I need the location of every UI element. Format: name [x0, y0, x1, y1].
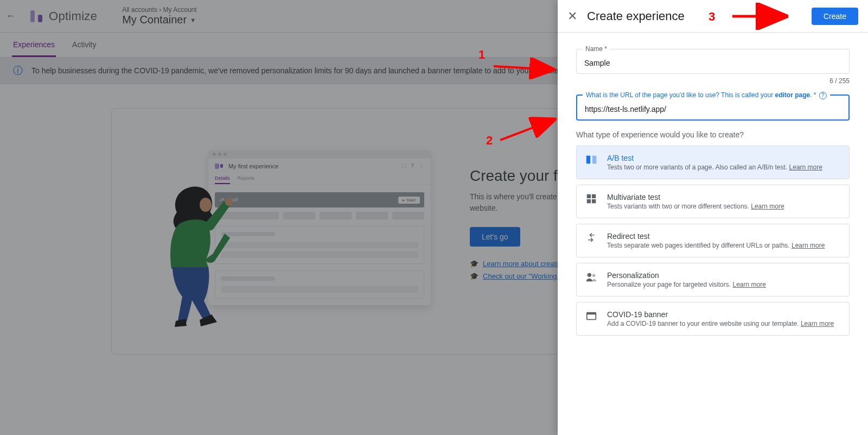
personalization-icon — [585, 271, 597, 283]
experience-type-question: What type of experience would you like t… — [576, 130, 850, 139]
option-multivariate-test[interactable]: Multivariate test Tests variants with tw… — [576, 185, 850, 218]
panel-title: Create experience — [587, 9, 685, 23]
learn-more-link[interactable]: Learn more — [751, 203, 784, 210]
option-redirect-test[interactable]: Redirect test Tests separate web pages i… — [576, 224, 850, 257]
learn-more-link[interactable]: Learn more — [732, 281, 765, 288]
close-icon[interactable]: ✕ — [567, 9, 577, 23]
svg-rect-7 — [592, 199, 596, 203]
name-label: Name * — [582, 45, 610, 53]
option-personalization[interactable]: Personalization Personalize your page fo… — [576, 263, 850, 297]
svg-rect-6 — [587, 199, 591, 203]
name-input[interactable] — [583, 58, 843, 68]
svg-point-8 — [588, 273, 591, 277]
svg-point-9 — [592, 274, 596, 278]
url-input[interactable] — [584, 104, 842, 114]
url-label: What is the URL of the page you'd like t… — [583, 91, 830, 99]
svg-rect-3 — [592, 156, 596, 164]
svg-rect-5 — [592, 194, 596, 198]
help-icon[interactable]: ? — [819, 92, 827, 99]
learn-more-link[interactable]: Learn more — [789, 163, 822, 171]
create-button[interactable]: Create — [812, 8, 858, 25]
url-field[interactable]: What is the URL of the page you'd like t… — [576, 94, 850, 121]
svg-rect-4 — [587, 194, 591, 198]
name-field[interactable]: Name * — [576, 49, 850, 74]
multivariate-icon — [585, 193, 597, 205]
char-counter: 6 / 255 — [576, 77, 850, 85]
experience-type-options: A/B test Tests two or more variants of a… — [576, 146, 850, 336]
create-experience-panel: ✕ Create experience Create Name * 6 / 25… — [558, 0, 868, 435]
svg-rect-11 — [587, 313, 596, 315]
learn-more-link[interactable]: Learn more — [792, 242, 825, 249]
option-covid-banner[interactable]: COVID-19 banner Add a COVID-19 banner to… — [576, 302, 850, 336]
panel-header: ✕ Create experience Create — [558, 0, 868, 33]
ab-test-icon — [585, 154, 597, 166]
svg-rect-2 — [586, 156, 590, 164]
banner-icon — [585, 310, 597, 322]
redirect-icon — [585, 232, 597, 244]
learn-more-link[interactable]: Learn more — [801, 320, 834, 327]
option-ab-test[interactable]: A/B test Tests two or more variants of a… — [576, 146, 850, 179]
